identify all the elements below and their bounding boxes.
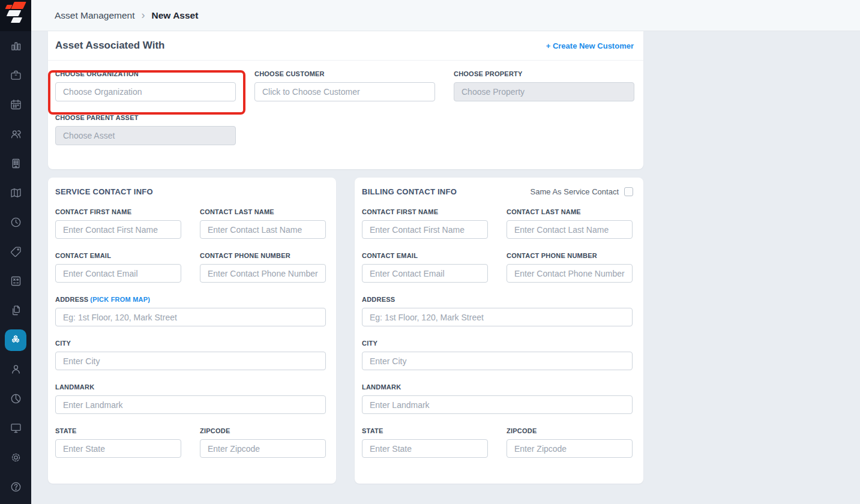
sidebar-item-briefcase[interactable] — [0, 61, 31, 90]
help-icon — [10, 481, 22, 493]
landmark-input[interactable] — [362, 395, 633, 414]
breadcrumb-parent[interactable]: Asset Management — [55, 10, 135, 21]
gear-icon — [10, 451, 22, 464]
landmark-label: LANDMARK — [55, 383, 326, 391]
contact-last-name-label: CONTACT LAST NAME — [507, 208, 633, 216]
zipcode-input[interactable] — [507, 439, 633, 458]
sidebar-item-building[interactable] — [0, 149, 31, 178]
choose-parent-asset-label: CHOOSE PARENT ASSET — [55, 114, 236, 122]
choose-parent-asset-label-text: CHOOSE PARENT ASSET — [55, 114, 139, 121]
contact-phone-number-label-text: CONTACT PHONE NUMBER — [507, 252, 597, 259]
contact-email-label: CONTACT EMAIL — [362, 252, 488, 260]
service-contact-info-header: SERVICE CONTACT INFO — [48, 178, 336, 196]
contact-email-input[interactable] — [362, 264, 488, 283]
contact-phone-number-input[interactable] — [200, 264, 326, 283]
landmark-label-text: LANDMARK — [55, 383, 94, 391]
city-label: CITY — [55, 340, 326, 347]
sidebar-item-calendar[interactable] — [0, 90, 31, 119]
choose-property-label: CHOOSE PROPERTY — [454, 70, 634, 78]
address-label: ADDRESS — [362, 296, 633, 304]
pick-from-map-link[interactable]: (PICK FROM MAP) — [90, 296, 150, 303]
documents-icon — [10, 304, 22, 317]
contact-last-name-field: CONTACT LAST NAME — [507, 208, 633, 239]
zipcode-input[interactable] — [200, 439, 326, 458]
same-as-service-contact-label: Same As Service Contact — [531, 187, 619, 196]
asset-associated-fields: CHOOSE ORGANIZATIONCHOOSE CUSTOMERCHOOSE… — [48, 61, 643, 145]
sidebar-item-documents[interactable] — [0, 296, 31, 325]
contact-last-name-input[interactable] — [200, 220, 326, 239]
sidebar-item-cubes[interactable] — [0, 325, 31, 355]
asset-associated-card: Asset Associated With + Create New Custo… — [48, 31, 643, 169]
cubes-icon — [5, 329, 26, 351]
address-input[interactable] — [55, 308, 326, 326]
tag-icon — [10, 245, 22, 258]
choose-organization-input[interactable] — [55, 82, 236, 101]
sidebar-item-bar-chart[interactable] — [0, 31, 31, 61]
contact-first-name-label: CONTACT FIRST NAME — [55, 208, 181, 216]
contact-phone-number-field: CONTACT PHONE NUMBER — [200, 252, 326, 283]
choose-customer-label: CHOOSE CUSTOMER — [254, 70, 435, 78]
sidebar-item-user[interactable] — [0, 355, 31, 384]
state-input[interactable] — [362, 439, 488, 458]
choose-parent-asset-input[interactable] — [55, 126, 236, 145]
city-field: CITY — [362, 340, 633, 370]
city-field: CITY — [55, 340, 326, 370]
contact-email-input[interactable] — [55, 264, 181, 283]
service-contact-info-fields: CONTACT FIRST NAMECONTACT LAST NAMECONTA… — [48, 196, 336, 458]
contact-last-name-input[interactable] — [507, 220, 633, 239]
city-input[interactable] — [55, 352, 326, 370]
same-as-service-contact-checkbox[interactable] — [624, 187, 633, 196]
app-logo[interactable] — [0, 0, 31, 31]
contact-last-name-field: CONTACT LAST NAME — [200, 208, 326, 239]
bar-chart-icon — [10, 40, 22, 52]
service-contact-info-card: SERVICE CONTACT INFOCONTACT FIRST NAMECO… — [48, 178, 336, 484]
sidebar-item-users[interactable] — [0, 119, 31, 149]
state-field: STATE — [55, 427, 181, 458]
zipcode-label-text: ZIPCODE — [200, 427, 230, 434]
service-contact-info-title: SERVICE CONTACT INFO — [55, 187, 153, 196]
contact-phone-number-label: CONTACT PHONE NUMBER — [507, 252, 633, 260]
contact-phone-number-field: CONTACT PHONE NUMBER — [507, 252, 633, 283]
city-input[interactable] — [362, 352, 633, 370]
state-input[interactable] — [55, 439, 181, 458]
choose-customer-field: CHOOSE CUSTOMER — [254, 70, 435, 101]
sidebar-item-pie-chart[interactable] — [0, 384, 31, 413]
sidebar-item-help[interactable] — [0, 472, 31, 502]
create-new-customer-button[interactable]: + Create New Customer — [546, 41, 634, 50]
logo-shape — [11, 17, 22, 23]
sidebar-item-gear[interactable] — [0, 443, 31, 472]
state-label-text: STATE — [55, 427, 77, 434]
choose-customer-label-text: CHOOSE CUSTOMER — [254, 70, 325, 77]
choose-parent-asset-field: CHOOSE PARENT ASSET — [55, 114, 236, 145]
sidebar-item-tag[interactable] — [0, 237, 31, 266]
sidebar-item-calculator[interactable] — [0, 266, 31, 296]
contact-first-name-label-text: CONTACT FIRST NAME — [362, 208, 438, 215]
asset-associated-title: Asset Associated With — [55, 40, 164, 52]
landmark-input[interactable] — [55, 395, 326, 414]
address-label-text: ADDRESS — [55, 296, 88, 303]
contact-last-name-label-text: CONTACT LAST NAME — [200, 208, 274, 215]
zipcode-label-text: ZIPCODE — [507, 427, 537, 434]
state-field: STATE — [362, 427, 488, 458]
contact-first-name-input[interactable] — [362, 220, 488, 239]
zipcode-field: ZIPCODE — [200, 427, 326, 458]
clock-icon — [10, 216, 22, 229]
city-label: CITY — [362, 340, 633, 347]
monitor-icon — [10, 422, 22, 434]
calendar-icon — [10, 98, 22, 111]
logo-shape — [11, 2, 26, 9]
sidebar-item-clock[interactable] — [0, 208, 31, 237]
city-label-text: CITY — [55, 340, 71, 347]
contact-phone-number-label: CONTACT PHONE NUMBER — [200, 252, 326, 260]
choose-customer-input[interactable] — [254, 82, 435, 101]
choose-organization-label-text: CHOOSE ORGANIZATION — [55, 70, 139, 77]
choose-property-input[interactable] — [454, 82, 634, 101]
sidebar-item-monitor[interactable] — [0, 413, 31, 443]
contact-phone-number-input[interactable] — [507, 264, 633, 283]
contact-email-label: CONTACT EMAIL — [55, 252, 181, 260]
sidebar-item-map[interactable] — [0, 178, 31, 208]
briefcase-icon — [10, 69, 22, 82]
chevron-right-icon: › — [142, 10, 145, 22]
contact-first-name-input[interactable] — [55, 220, 181, 239]
address-input[interactable] — [362, 308, 633, 326]
